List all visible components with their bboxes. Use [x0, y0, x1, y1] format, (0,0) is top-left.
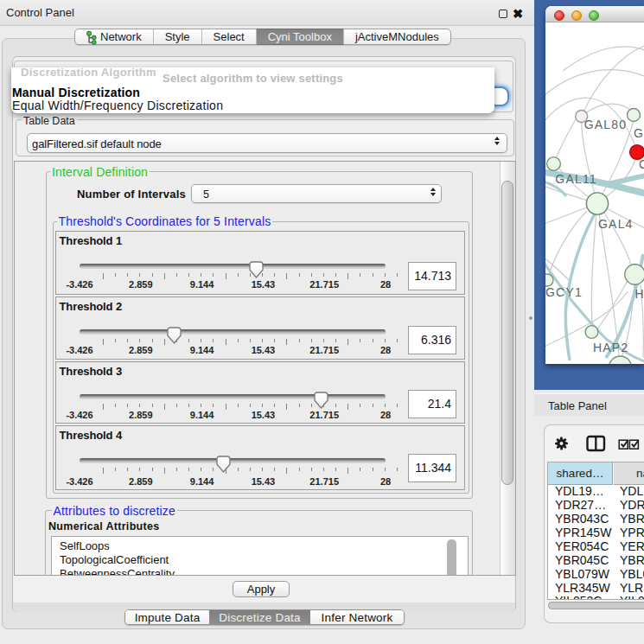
svg-text:GA: GA — [634, 126, 644, 140]
svg-text:GCY1: GCY1 — [545, 285, 583, 299]
svg-text:GAL11: GAL11 — [555, 172, 597, 186]
svg-text:GAL80: GAL80 — [584, 118, 628, 131]
svg-text:C: C — [639, 157, 644, 171]
svg-text:H: H — [635, 287, 644, 301]
svg-text:GAL4: GAL4 — [598, 217, 634, 231]
svg-text:HAP2: HAP2 — [593, 341, 628, 354]
